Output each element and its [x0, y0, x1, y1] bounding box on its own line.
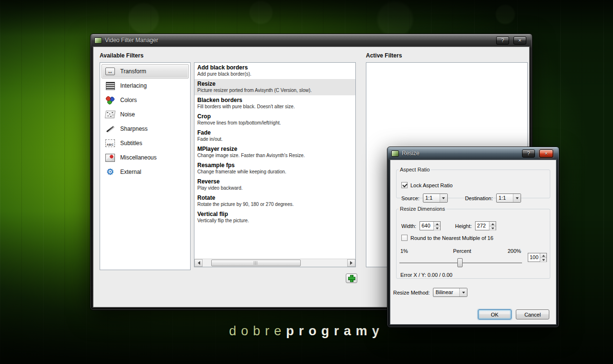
- horizontal-scrollbar[interactable]: [194, 259, 355, 267]
- percent-spinner[interactable]: 100: [528, 253, 547, 262]
- filter-description: Picture resizer ported from Avisynth (C …: [197, 88, 352, 93]
- dialog-close-button[interactable]: ×: [539, 149, 553, 158]
- lock-aspect-ratio-label: Lock Aspect Ratio: [410, 182, 453, 188]
- chevron-down-icon: [440, 194, 447, 202]
- category-label: Noise: [120, 111, 135, 118]
- filter-row[interactable]: Fade Fade in/out.: [194, 128, 355, 144]
- filter-row[interactable]: Resize Picture resizer ported from Avisy…: [194, 79, 355, 95]
- filter-row[interactable]: Resample fps Change framerate while keep…: [194, 160, 355, 177]
- source-combo[interactable]: 1:1: [423, 193, 448, 203]
- dialog-content: Aspect Ratio Lock Aspect Ratio Source: 1…: [390, 159, 556, 325]
- resize-method-label: Resize Method:: [393, 290, 430, 296]
- lock-aspect-ratio-checkbox[interactable]: Lock Aspect Ratio: [401, 182, 453, 188]
- scroll-right-button[interactable]: [347, 259, 355, 267]
- subtitles-icon: [104, 138, 116, 148]
- spin-up-button[interactable]: [489, 222, 496, 227]
- filter-name: Resize: [197, 80, 352, 88]
- category-item[interactable]: Sharpness: [102, 122, 189, 136]
- dialog-titlebar[interactable]: Resize ? ×: [387, 147, 559, 159]
- filter-row[interactable]: Crop Remove lines from top/bottom/left/r…: [194, 112, 355, 128]
- transform-icon: [104, 66, 116, 77]
- available-filters-label: Available Filters: [100, 52, 144, 59]
- dialog-title: Resize: [402, 150, 519, 157]
- main-window-title: Video Filter Manager: [105, 37, 493, 44]
- resize-dimensions-group: Resize Dimensions Width: 640 Height: 272: [396, 206, 550, 279]
- width-label: Width:: [401, 223, 416, 229]
- main-window-titlebar[interactable]: Video Filter Manager ? ×: [91, 34, 532, 46]
- close-button[interactable]: ×: [513, 36, 526, 45]
- filter-name: Crop: [197, 113, 352, 120]
- height-spinner[interactable]: 272: [475, 221, 496, 230]
- resize-dialog: Resize ? × Aspect Ratio Lock Aspect Rati…: [387, 147, 559, 328]
- checkbox-icon[interactable]: [401, 235, 408, 241]
- slider-thumb[interactable]: [457, 258, 463, 267]
- help-button[interactable]: ?: [496, 36, 509, 45]
- spin-down-button[interactable]: [434, 227, 440, 231]
- noise-icon: [104, 109, 116, 120]
- checkbox-icon[interactable]: [401, 182, 408, 188]
- scrollbar-track[interactable]: [203, 259, 347, 267]
- source-label: Source:: [401, 195, 420, 201]
- cancel-button[interactable]: Cancel: [516, 309, 549, 319]
- width-spinner[interactable]: 640: [420, 221, 441, 230]
- filter-row[interactable]: Rotate Rotate the picture by 90, 180 or …: [194, 193, 355, 209]
- filter-list-panel: Add black borders Add pure black border(…: [194, 62, 356, 267]
- category-item[interactable]: Interlacing: [102, 79, 189, 93]
- filter-name: Reverse: [197, 178, 352, 185]
- category-item[interactable]: External: [102, 165, 189, 179]
- filter-row[interactable]: Vertical flip Vertically flip the pictur…: [194, 209, 355, 226]
- category-label: Miscellaneous: [120, 154, 157, 161]
- dialog-help-button[interactable]: ?: [522, 149, 535, 158]
- destination-combo[interactable]: 1:1: [496, 193, 521, 203]
- resize-dimensions-group-label: Resize Dimensions: [398, 206, 446, 212]
- filter-list: Add black borders Add pure black border(…: [194, 63, 355, 259]
- app-icon: [94, 37, 102, 44]
- spin-down-button[interactable]: [540, 258, 546, 262]
- spin-up-button[interactable]: [434, 222, 440, 227]
- percent-max-label: 200%: [508, 248, 521, 254]
- active-filters-label: Active Filters: [366, 52, 402, 59]
- spin-down-button[interactable]: [489, 227, 496, 231]
- filter-row[interactable]: Blacken borders Fill borders with pure b…: [194, 95, 355, 112]
- category-item[interactable]: Transform: [102, 64, 189, 79]
- spin-up-icon: [542, 253, 545, 257]
- category-label: Sharpness: [120, 125, 148, 132]
- watermark-left: dobre: [229, 324, 286, 338]
- scroll-left-button[interactable]: [194, 259, 203, 267]
- percent-slider[interactable]: [399, 258, 522, 268]
- filter-name: Vertical flip: [197, 211, 352, 218]
- ok-button[interactable]: OK: [478, 309, 511, 319]
- category-item[interactable]: Miscellaneous: [102, 150, 189, 165]
- filter-description: Change framerate while keeping duration.: [197, 169, 352, 175]
- destination-label: Destination:: [465, 195, 493, 201]
- resize-method-combo[interactable]: Bilinear: [433, 288, 467, 297]
- filter-row[interactable]: MPlayer resize Change image size. Faster…: [194, 144, 355, 160]
- category-list: Transform Interlacing Colors Noise: [100, 62, 191, 270]
- filter-name: Resample fps: [197, 162, 352, 169]
- spin-up-icon: [491, 222, 494, 225]
- filter-description: Change image size. Faster than Avisynth'…: [197, 153, 352, 159]
- chevron-down-icon: [513, 194, 521, 202]
- spin-down-icon: [491, 228, 494, 231]
- dialog-icon: [391, 150, 399, 157]
- sharpness-icon: [104, 124, 116, 134]
- category-item[interactable]: Colors: [102, 93, 189, 107]
- desktop: { "desktop": { "watermark_left": "dobre"…: [0, 0, 613, 364]
- filter-row[interactable]: Reverse Play video backward.: [194, 177, 355, 193]
- percent-min-label: 1%: [400, 248, 408, 254]
- add-filter-button[interactable]: [346, 273, 357, 283]
- filter-name: Fade: [197, 129, 352, 136]
- category-item[interactable]: Subtitles: [102, 136, 189, 150]
- category-item[interactable]: Noise: [102, 107, 189, 122]
- round-multiple-label: Round to the Nearest Multiple of 16: [410, 235, 493, 241]
- scrollbar-grip-icon: [254, 261, 258, 265]
- round-multiple-checkbox[interactable]: Round to the Nearest Multiple of 16: [401, 235, 493, 241]
- filter-row[interactable]: Add black borders Add pure black border(…: [194, 63, 355, 79]
- category-label: Subtitles: [120, 140, 142, 147]
- scrollbar-thumb[interactable]: [211, 260, 301, 266]
- spin-up-button[interactable]: [540, 253, 546, 258]
- filter-description: Rotate the picture by 90, 180 or 270 deg…: [197, 202, 352, 207]
- spin-up-icon: [436, 222, 439, 225]
- filter-description: Remove lines from top/bottom/left/right.: [197, 120, 352, 126]
- percent-label: Percent: [453, 248, 471, 254]
